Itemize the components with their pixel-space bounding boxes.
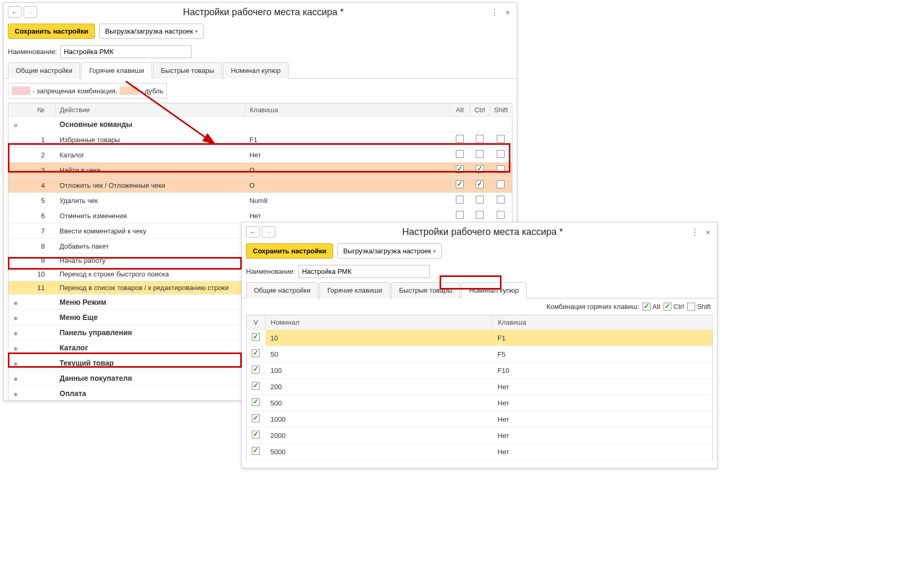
checkbox-icon[interactable]	[476, 150, 484, 158]
table-row[interactable]: 200Нет	[247, 379, 713, 395]
name-input[interactable]	[60, 45, 191, 58]
cell-action: Добавить пакет	[56, 239, 245, 254]
checkbox-icon[interactable]	[476, 165, 484, 173]
checkbox-icon[interactable]	[252, 333, 260, 341]
checkbox-icon[interactable]	[252, 382, 260, 390]
cell-key: O	[245, 163, 450, 178]
cell-action: Найти в чеке	[56, 163, 245, 178]
table-row[interactable]: 1Избранные товарыF1	[8, 132, 512, 147]
tab-general[interactable]: Общие настройки	[246, 282, 318, 298]
cell-v	[247, 379, 265, 395]
legend-swatch-dup	[120, 87, 138, 95]
kebab-icon[interactable]: ⋮	[690, 227, 699, 237]
col-key: Клавиша	[493, 315, 713, 330]
expand-icon[interactable]: ⊕	[14, 316, 18, 321]
table-row[interactable]: 50F5	[247, 346, 713, 362]
col-shift: Shift	[489, 103, 512, 117]
cell-ctrl	[469, 193, 489, 208]
table-row[interactable]: 10F1	[247, 330, 713, 346]
cell-action: Каталог	[56, 147, 245, 163]
cell-v	[247, 395, 265, 411]
table-row[interactable]: 3Найти в чекеO	[8, 163, 512, 178]
table-row[interactable]: 1000Нет	[247, 411, 713, 427]
cell-ctrl	[469, 178, 489, 193]
expand-icon[interactable]: ⊕	[14, 301, 18, 306]
nominal-table[interactable]: V Номинал Клавиша 10F150F5100F10200Нет50…	[246, 315, 713, 460]
checkbox-icon[interactable]	[497, 165, 505, 173]
checkbox-icon	[664, 303, 671, 311]
checkbox-icon[interactable]	[456, 196, 464, 204]
tab-banknotes[interactable]: Номинал купюр	[461, 282, 527, 298]
expand-icon[interactable]: ⊕	[14, 346, 18, 351]
cell-key: O	[245, 178, 450, 193]
hotkey-combo-row: Комбинация горячих клавиш: Alt Ctrl Shif…	[242, 298, 717, 313]
combo-ctrl[interactable]: Ctrl	[664, 303, 684, 311]
table-row[interactable]: 6Отменить измененияНет	[8, 208, 512, 223]
tab-quick-products[interactable]: Быстрые товары	[391, 282, 460, 298]
cell-key: F1	[493, 330, 713, 346]
table-row[interactable]: 2000Нет	[247, 427, 713, 444]
checkbox-icon[interactable]	[497, 150, 505, 158]
kebab-icon[interactable]: ⋮	[489, 7, 499, 17]
titlebar: ← → Настройки рабочего места кассира * ⋮…	[242, 222, 717, 239]
tab-hotkeys[interactable]: Горячие клавиши	[81, 62, 152, 79]
checkbox-icon[interactable]	[476, 211, 484, 219]
checkbox-icon[interactable]	[456, 165, 464, 173]
cell-nominal: 100	[265, 362, 493, 379]
checkbox-icon[interactable]	[456, 135, 464, 143]
name-input[interactable]	[298, 265, 430, 278]
close-icon[interactable]: ×	[703, 227, 713, 237]
cell-num: 10	[8, 268, 56, 281]
nav-forward-button[interactable]: →	[24, 6, 37, 18]
expand-icon[interactable]: ⊕	[14, 331, 18, 336]
checkbox-icon[interactable]	[497, 180, 505, 188]
collapse-icon[interactable]: ⊖	[14, 123, 18, 128]
checkbox-icon[interactable]	[252, 349, 260, 357]
close-icon[interactable]: ×	[503, 7, 512, 17]
expand-icon[interactable]: ⊕	[14, 361, 18, 367]
checkbox-icon[interactable]	[456, 180, 464, 188]
table-header-row: V Номинал Клавиша	[247, 315, 713, 330]
checkbox-icon[interactable]	[456, 150, 464, 158]
checkbox-icon[interactable]	[476, 180, 484, 188]
tab-general[interactable]: Общие настройки	[8, 62, 80, 79]
table-row[interactable]: 2КаталогНет	[8, 147, 512, 163]
export-dropdown[interactable]: Выгрузка/загрузка настроек	[337, 243, 442, 259]
cell-ctrl	[469, 132, 489, 147]
save-button[interactable]: Сохранить настройки	[8, 24, 95, 39]
table-row[interactable]: 5Удалить чекNum8	[8, 193, 512, 208]
tab-quick-products[interactable]: Быстрые товары	[153, 62, 222, 79]
checkbox-icon[interactable]	[476, 135, 484, 143]
table-row[interactable]: 100F10	[247, 362, 713, 379]
nav-forward-button[interactable]: →	[262, 226, 275, 238]
nav-back-button[interactable]: ←	[246, 226, 260, 238]
checkbox-icon[interactable]	[476, 196, 484, 204]
group-row[interactable]: ⊖Основные команды	[8, 117, 512, 132]
checkbox-icon[interactable]	[497, 196, 505, 204]
save-button[interactable]: Сохранить настройки	[246, 243, 333, 259]
table-row[interactable]: 4Отложить чек / Отложенные чекиO	[8, 178, 512, 193]
checkbox-icon	[687, 303, 695, 311]
cell-action: Избранные товары	[56, 132, 245, 147]
cell-v	[247, 330, 265, 346]
table-row[interactable]: 5000Нет	[247, 444, 713, 460]
cell-shift	[489, 163, 512, 178]
checkbox-icon[interactable]	[252, 431, 260, 439]
checkbox-icon[interactable]	[252, 366, 260, 373]
tab-banknotes[interactable]: Номинал купюр	[223, 62, 289, 79]
expand-icon[interactable]: ⊕	[14, 377, 18, 382]
combo-shift[interactable]: Shift	[687, 303, 711, 311]
expand-icon[interactable]: ⊕	[14, 392, 18, 397]
checkbox-icon[interactable]	[252, 414, 260, 422]
export-dropdown[interactable]: Выгрузка/загрузка настроек	[99, 24, 204, 39]
checkbox-icon[interactable]	[252, 398, 260, 406]
checkbox-icon[interactable]	[252, 447, 260, 455]
combo-alt[interactable]: Alt	[643, 303, 660, 311]
cell-action: Переход в список товаров / к редактирова…	[56, 281, 245, 295]
nav-back-button[interactable]: ←	[8, 6, 22, 18]
table-row[interactable]: 500Нет	[247, 395, 713, 411]
checkbox-icon[interactable]	[456, 211, 464, 219]
checkbox-icon[interactable]	[497, 211, 505, 219]
checkbox-icon[interactable]	[497, 135, 505, 143]
tab-hotkeys[interactable]: Горячие клавиши	[319, 282, 390, 298]
